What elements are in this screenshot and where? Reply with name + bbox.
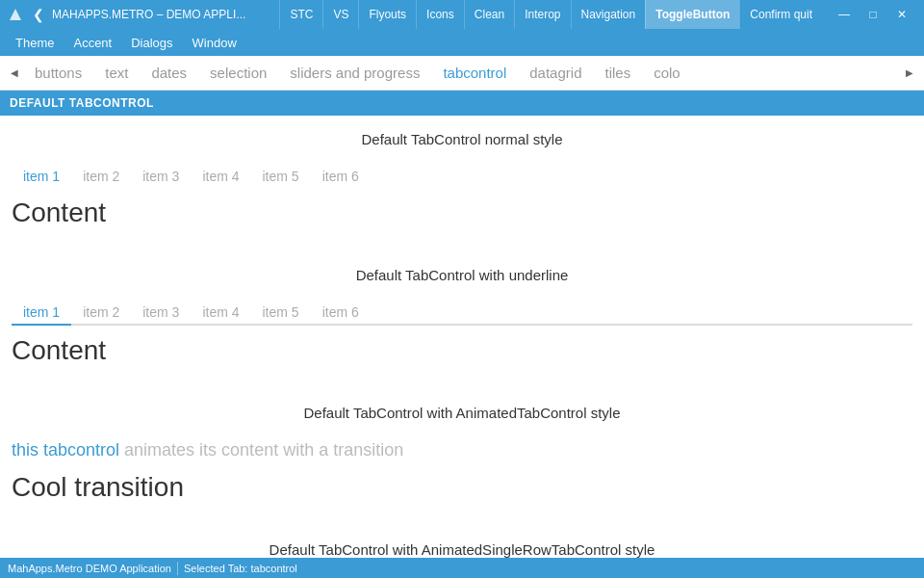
demo-underline-tab-6[interactable]: item 6 bbox=[311, 301, 371, 324]
title-tab-vs[interactable]: VS bbox=[322, 0, 358, 29]
status-app-name: MahApps.Metro DEMO Application bbox=[8, 563, 171, 574]
nav-strip: ◀ buttons text dates selection sliders a… bbox=[0, 56, 924, 91]
status-bar: MahApps.Metro DEMO Application Selected … bbox=[0, 558, 924, 578]
window-controls: — □ ✕ bbox=[830, 0, 916, 29]
demo-animated-tab-label[interactable]: this tabcontrol bbox=[12, 440, 119, 460]
app-icon bbox=[8, 7, 23, 22]
demo-normal-tab-2[interactable]: item 2 bbox=[71, 165, 131, 188]
demo-normal-content: Content bbox=[12, 194, 912, 236]
demo-underline-tab-4[interactable]: item 4 bbox=[191, 301, 250, 324]
demo-animated-title: Default TabControl with AnimatedTabContr… bbox=[12, 405, 912, 421]
nav-tab-tabcontrol[interactable]: tabcontrol bbox=[431, 56, 518, 91]
demo-normal-tab-5[interactable]: item 5 bbox=[251, 165, 311, 188]
title-tab-interop[interactable]: Interop bbox=[514, 0, 570, 29]
menu-accent[interactable]: Accent bbox=[64, 32, 121, 54]
demo-animated-tab-desc: animates its content with a transition bbox=[119, 440, 403, 460]
app-title: MAHAPPS.METRO – DEMO APPLI... bbox=[52, 8, 279, 21]
demo-underline-title-block: Default TabControl with underline bbox=[0, 251, 924, 301]
demo-underline-tab-3[interactable]: item 3 bbox=[131, 301, 191, 324]
section-header: DEFAULT TABCONTROL bbox=[0, 91, 924, 116]
demo-underline-tab-1[interactable]: item 1 bbox=[12, 301, 71, 324]
minimize-button[interactable]: — bbox=[830, 0, 859, 29]
demo-normal-tabcontrol: item 1 item 2 item 3 item 4 item 5 item … bbox=[12, 165, 912, 236]
demo-underline-tabcontrol: item 1 item 2 item 3 item 4 item 5 item … bbox=[12, 301, 912, 374]
demo-animated-tabcontrol: this tabcontrol animates its content wit… bbox=[12, 438, 912, 511]
maximize-button[interactable]: □ bbox=[859, 0, 887, 29]
demo-normal-tab-4[interactable]: item 4 bbox=[191, 165, 250, 188]
demo-underline-tab-items: item 1 item 2 item 3 item 4 item 5 item … bbox=[12, 301, 912, 326]
title-tab-stc[interactable]: STC bbox=[279, 0, 322, 29]
demo-animated-content: Cool transition bbox=[12, 468, 912, 511]
menu-window[interactable]: Window bbox=[183, 32, 246, 54]
menu-theme[interactable]: Theme bbox=[6, 32, 64, 54]
demo-normal-tab-items: item 1 item 2 item 3 item 4 item 5 item … bbox=[12, 165, 912, 188]
close-button[interactable]: ✕ bbox=[887, 0, 916, 29]
demo-normal-tab-3[interactable]: item 3 bbox=[131, 165, 191, 188]
nav-tab-buttons[interactable]: buttons bbox=[23, 56, 93, 91]
demo-animated-label-row: this tabcontrol animates its content wit… bbox=[12, 438, 912, 468]
demo-underline-title: Default TabControl with underline bbox=[12, 267, 912, 283]
demo-normal-title: Default TabControl normal style bbox=[12, 131, 912, 147]
menu-bar: Theme Accent Dialogs Window bbox=[0, 29, 924, 56]
nav-left-arrow[interactable]: ◀ bbox=[6, 56, 23, 91]
app-window: ❮ MAHAPPS.METRO – DEMO APPLI... STC VS F… bbox=[0, 0, 924, 578]
title-tab-icons[interactable]: Icons bbox=[416, 0, 464, 29]
title-tab-clean[interactable]: Clean bbox=[464, 0, 514, 29]
nav-tab-datagrid[interactable]: datagrid bbox=[518, 56, 593, 91]
nav-tab-text[interactable]: text bbox=[93, 56, 140, 91]
nav-tab-tiles[interactable]: tiles bbox=[593, 56, 642, 91]
svg-marker-0 bbox=[10, 9, 21, 20]
demo-normal-tab-6[interactable]: item 6 bbox=[311, 165, 371, 188]
title-bar: ❮ MAHAPPS.METRO – DEMO APPLI... STC VS F… bbox=[0, 0, 924, 29]
nav-right-arrow[interactable]: ▶ bbox=[901, 56, 918, 91]
nav-tab-colo[interactable]: colo bbox=[642, 56, 692, 91]
menu-dialogs[interactable]: Dialogs bbox=[121, 32, 182, 54]
back-button[interactable]: ❮ bbox=[29, 5, 48, 24]
demo-underline-content: Content bbox=[12, 331, 912, 374]
nav-tabs: buttons text dates selection sliders and… bbox=[23, 56, 901, 91]
status-selected-tab: Selected Tab: tabcontrol bbox=[184, 563, 297, 574]
title-tab-confirm[interactable]: Confirm quit bbox=[739, 0, 822, 29]
demo-animated-single-title: Default TabControl with AnimatedSingleRo… bbox=[12, 541, 912, 558]
demo-normal-tab-1[interactable]: item 1 bbox=[12, 165, 71, 188]
title-bar-tabs: STC VS Flyouts Icons Clean Interop Navig… bbox=[279, 0, 822, 29]
title-tab-flyouts[interactable]: Flyouts bbox=[358, 0, 416, 29]
demo-underline-tab-5[interactable]: item 5 bbox=[251, 301, 311, 324]
demo-animated-title-block: Default TabControl with AnimatedTabContr… bbox=[0, 389, 924, 438]
title-tab-togglebutton[interactable]: ToggleButton bbox=[645, 0, 739, 29]
title-tab-navigation[interactable]: Navigation bbox=[571, 0, 646, 29]
status-divider bbox=[177, 562, 178, 575]
nav-tab-selection[interactable]: selection bbox=[198, 56, 278, 91]
nav-tab-dates[interactable]: dates bbox=[140, 56, 198, 91]
demo-underline-tab-2[interactable]: item 2 bbox=[71, 301, 131, 324]
nav-tab-sliders[interactable]: sliders and progress bbox=[278, 56, 431, 91]
demo-normal-title-block: Default TabControl normal style bbox=[0, 116, 924, 165]
main-content: Default TabControl normal style item 1 i… bbox=[0, 116, 924, 564]
